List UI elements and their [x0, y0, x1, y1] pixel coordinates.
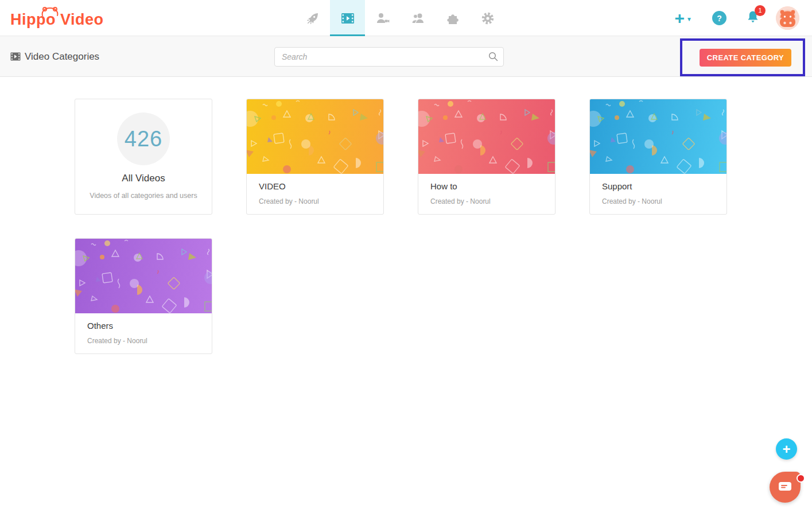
hippo-ears-icon	[40, 7, 60, 16]
puzzle-icon	[446, 11, 460, 25]
chat-widget-button[interactable]	[770, 472, 801, 503]
chat-bubble-icon	[778, 481, 792, 493]
video-count: 426	[125, 127, 162, 151]
category-banner	[75, 239, 212, 313]
video-library-icon	[341, 13, 355, 24]
notifications-button[interactable]: 1	[745, 9, 760, 28]
question-mark-icon: ?	[717, 14, 722, 23]
users-group-icon	[410, 12, 425, 25]
tab-launch[interactable]	[295, 0, 330, 36]
tab-integrations[interactable]	[435, 0, 470, 36]
card-title: All Videos	[75, 173, 212, 184]
chat-notification-dot	[797, 474, 805, 483]
card-title: VIDEO	[259, 181, 371, 191]
category-card-support[interactable]: Support Created by - Noorul	[589, 99, 727, 215]
card-body: How to Created by - Noorul	[418, 174, 555, 213]
tab-contacts[interactable]	[365, 0, 400, 36]
card-creator: Created by - Noorul	[602, 197, 714, 205]
card-title: Support	[602, 181, 714, 191]
video-categories-page: Hippo Video	[0, 0, 812, 513]
card-body: Others Created by - Noorul	[75, 313, 212, 352]
category-banner	[418, 99, 555, 174]
tab-settings[interactable]	[470, 0, 505, 36]
plus-icon: +	[675, 10, 685, 26]
hippo-video-logo[interactable]: Hippo Video	[10, 6, 104, 31]
search-bar	[274, 47, 504, 67]
category-banner	[247, 99, 383, 174]
video-category-icon	[10, 52, 21, 61]
create-new-dropdown[interactable]: + ▼	[675, 10, 692, 26]
notification-badge: 1	[755, 5, 766, 16]
all-videos-card[interactable]: 426 All Videos Videos of all categories …	[75, 99, 212, 215]
card-creator: Created by - Noorul	[87, 337, 200, 345]
category-card-others[interactable]: Others Created by - Noorul	[75, 238, 212, 354]
card-title: How to	[430, 181, 543, 191]
card-subtitle: Videos of all categories and users	[75, 192, 212, 200]
help-button[interactable]: ?	[712, 11, 726, 25]
hippo-avatar-icon	[776, 6, 799, 30]
card-creator: Created by - Noorul	[430, 197, 543, 205]
tab-teams[interactable]	[400, 0, 435, 36]
tab-video-categories[interactable]	[330, 0, 365, 36]
category-banner	[590, 99, 726, 174]
card-body: Support Created by - Noorul	[590, 174, 726, 213]
main-nav-tabs	[295, 0, 505, 36]
video-count-circle: 426	[117, 112, 170, 165]
card-title: Others	[87, 321, 200, 331]
category-cards-grid: 426 All Videos Videos of all categories …	[0, 77, 746, 354]
create-category-button[interactable]: CREATE CATEGORY	[700, 49, 791, 67]
rocket-icon	[306, 11, 320, 25]
top-navigation-bar: Hippo Video	[0, 0, 812, 36]
category-card-video[interactable]: VIDEO Created by - Noorul	[246, 99, 384, 215]
page-toolbar: Video Categories CREATE CATEGORY	[0, 36, 812, 77]
person-video-icon	[376, 12, 390, 25]
search-input[interactable]	[274, 47, 504, 67]
page-title: Video Categories	[25, 51, 99, 63]
category-card-how-to[interactable]: How to Created by - Noorul	[418, 99, 555, 215]
topbar-actions: + ▼ ? 1	[675, 0, 799, 36]
page-title-wrap: Video Categories	[10, 36, 99, 77]
gear-icon	[481, 11, 495, 25]
floating-add-button[interactable]: +	[776, 438, 797, 460]
plus-icon: +	[782, 441, 790, 457]
search-icon[interactable]	[488, 52, 498, 61]
card-body: VIDEO Created by - Noorul	[247, 174, 383, 213]
chevron-down-icon: ▼	[686, 16, 692, 22]
card-creator: Created by - Noorul	[259, 197, 371, 205]
user-avatar[interactable]	[776, 6, 799, 30]
